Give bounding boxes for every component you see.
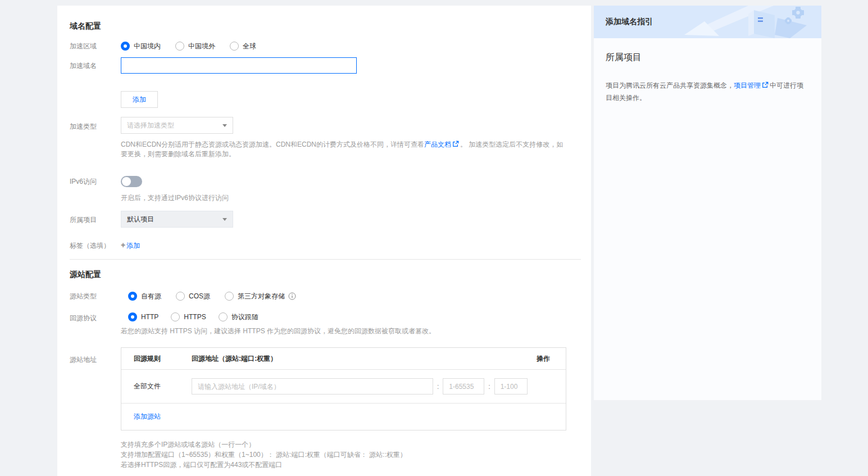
radio-outside-china[interactable]: 中国境外 xyxy=(175,42,215,51)
origin-type-options: 自有源 COS源 第三方对象存储 xyxy=(121,292,581,301)
guide-illustration xyxy=(664,6,821,38)
spacer xyxy=(70,439,121,441)
product-doc-link[interactable]: 产品文档 xyxy=(424,140,460,148)
ipv6-toggle[interactable] xyxy=(121,176,142,187)
radio-https[interactable]: HTTPS xyxy=(171,312,206,321)
accel-type-select[interactable]: 请选择加速类型 xyxy=(121,117,233,134)
header-origin-rule: 回源规则 xyxy=(121,354,192,364)
guide-header: 添加域名指引 xyxy=(594,6,821,38)
spacer xyxy=(70,91,121,92)
radio-self-origin[interactable]: 自有源 xyxy=(128,292,161,301)
colon-separator: : xyxy=(437,383,439,391)
origin-note-3: 若选择HTTPS回源，端口仅可配置为443或不配置端口 xyxy=(121,460,581,470)
radio-unchecked-icon xyxy=(219,312,228,321)
rule-all-files: 全部文件 xyxy=(121,382,192,391)
accel-region-label: 加速区域 xyxy=(70,40,121,51)
accel-region-options: 中国境内 中国境外 全球 xyxy=(121,42,581,51)
row-accel-type: 加速类型 请选择加速类型 CDN和ECDN分别适用于静态资源或动态资源加速。CD… xyxy=(70,117,581,159)
row-origin-notes: 支持填充多个IP源站或域名源站（一行一个） 支持增加配置端口（1~65535）和… xyxy=(70,439,581,470)
radio-cos-origin[interactable]: COS源 xyxy=(176,292,210,301)
radio-checked-icon xyxy=(128,312,137,321)
tag-label: 标签（选填） xyxy=(70,240,121,251)
header-origin-address: 回源地址（源站:端口:权重） xyxy=(192,354,537,364)
row-accel-domain: 加速域名 xyxy=(70,57,581,74)
origin-address-table: 回源规则 回源地址（源站:端口:权重） 操作 全部文件 : : 添加源站 xyxy=(121,347,566,430)
table-footer: 添加源站 xyxy=(121,403,566,430)
guide-panel: 添加域名指引 所属项目 项目为腾讯云所有云产品共享资源集概念，项目管理中可进行项… xyxy=(594,6,821,400)
external-link-icon xyxy=(762,81,769,88)
accel-domain-label: 加速域名 xyxy=(70,60,121,71)
add-tag-link[interactable]: +添加 xyxy=(121,242,140,250)
chevron-down-icon xyxy=(222,218,227,221)
accel-type-help: CDN和ECDN分别适用于静态资源或动态资源加速。CDN和ECDN的计费方式及价… xyxy=(121,140,566,159)
section-title-origin-config: 源站配置 xyxy=(70,270,101,280)
row-origin-type: 源站类型 自有源 COS源 第三方对象存储 xyxy=(70,291,581,301)
project-select[interactable]: 默认项目 xyxy=(121,211,233,228)
radio-http[interactable]: HTTP xyxy=(128,312,158,321)
add-domain-button[interactable]: 添加 xyxy=(121,91,158,108)
chevron-down-icon xyxy=(222,124,227,127)
toggle-knob-icon xyxy=(122,177,131,186)
radio-unchecked-icon xyxy=(176,292,185,301)
origin-weight-input[interactable] xyxy=(494,378,528,395)
guide-text-pre: 项目为腾讯云所有云产品共享资源集概念， xyxy=(606,81,734,89)
protocol-label: 回源协议 xyxy=(70,312,121,323)
radio-checked-icon xyxy=(128,292,137,301)
project-management-link[interactable]: 项目管理 xyxy=(734,81,770,89)
accel-type-placeholder: 请选择加速类型 xyxy=(127,121,222,130)
origin-type-label: 源站类型 xyxy=(70,291,121,301)
radio-unchecked-icon xyxy=(225,292,234,301)
protocol-help: 若您的源站支持 HTTPS 访问，建议选择 HTTPS 作为您的回源协议，避免您… xyxy=(121,327,581,336)
radio-unchecked-icon xyxy=(171,312,180,321)
radio-checked-icon xyxy=(121,42,130,51)
ipv6-help: 开启后，支持通过IPv6协议进行访问 xyxy=(121,193,581,203)
row-project: 所属项目 默认项目 xyxy=(70,211,581,228)
radio-protocol-follow[interactable]: 协议跟随 xyxy=(219,312,258,321)
guide-section-title: 所属项目 xyxy=(606,52,810,64)
table-row: 全部文件 : : xyxy=(121,369,566,403)
origin-address-input[interactable] xyxy=(192,378,433,395)
row-tag: 标签（选填） +添加 xyxy=(70,240,581,251)
guide-body: 所属项目 项目为腾讯云所有云产品共享资源集概念，项目管理中可进行项目相关操作。 xyxy=(594,38,821,104)
project-label: 所属项目 xyxy=(70,214,121,225)
table-header: 回源规则 回源地址（源站:端口:权重） 操作 xyxy=(121,348,566,369)
radio-third-party-storage[interactable]: 第三方对象存储 xyxy=(225,292,285,301)
origin-note-1: 支持填充多个IP源站或域名源站（一行一个） xyxy=(121,439,581,450)
origin-note-2: 支持增加配置端口（1~65535）和权重（1~100）： 源站:端口:权重（端口… xyxy=(121,450,581,460)
guide-title: 添加域名指引 xyxy=(606,6,653,38)
origin-address-label: 源站地址 xyxy=(70,347,121,365)
section-title-domain-config: 域名配置 xyxy=(70,21,101,31)
external-link-icon xyxy=(452,140,459,147)
plus-icon: + xyxy=(121,241,125,250)
radio-global[interactable]: 全球 xyxy=(230,42,256,51)
header-action: 操作 xyxy=(537,354,566,364)
row-add-button: 添加 xyxy=(70,91,581,108)
add-origin-link[interactable]: 添加源站 xyxy=(134,412,161,421)
origin-port-input[interactable] xyxy=(443,378,484,395)
info-icon[interactable] xyxy=(288,292,296,300)
row-origin-address: 源站地址 回源规则 回源地址（源站:端口:权重） 操作 全部文件 : : xyxy=(70,347,581,430)
accel-type-label: 加速类型 xyxy=(70,117,121,132)
origin-address-inputs: : : xyxy=(192,378,566,395)
project-selected-value: 默认项目 xyxy=(127,215,222,224)
colon-separator: : xyxy=(488,383,490,391)
row-ipv6: IPv6访问 开启后，支持通过IPv6协议进行访问 xyxy=(70,176,581,203)
help-text-pre: CDN和ECDN分别适用于静态资源或动态资源加速。CDN和ECDN的计费方式及价… xyxy=(121,140,424,148)
row-protocol: 回源协议 HTTP HTTPS 协议跟随 若您的源站支持 HTTPS 访问，建议… xyxy=(70,312,581,336)
accel-domain-input[interactable] xyxy=(121,57,357,74)
row-accel-region: 加速区域 中国境内 中国境外 全球 xyxy=(70,40,581,51)
section-divider xyxy=(70,259,581,260)
radio-unchecked-icon xyxy=(230,42,239,51)
domain-config-panel: 域名配置 加速区域 中国境内 中国境外 全球 加速域名 添 xyxy=(57,6,591,476)
protocol-options: HTTP HTTPS 协议跟随 xyxy=(121,312,581,321)
radio-china-mainland[interactable]: 中国境内 xyxy=(121,42,161,51)
radio-unchecked-icon xyxy=(175,42,184,51)
guide-text: 项目为腾讯云所有云产品共享资源集概念，项目管理中可进行项目相关操作。 xyxy=(606,79,810,104)
ipv6-label: IPv6访问 xyxy=(70,176,121,187)
